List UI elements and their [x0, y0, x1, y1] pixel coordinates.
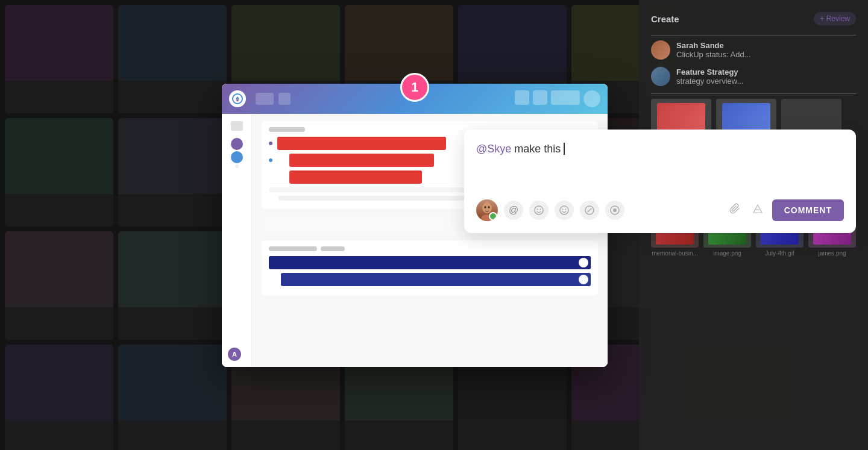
comment-toolbar: @	[476, 199, 844, 221]
svg-point-3	[485, 206, 486, 208]
review-badge[interactable]: + Review	[814, 12, 856, 25]
gantt-row-blue-2	[269, 273, 591, 286]
file-name-2: image.png	[703, 250, 751, 257]
gantt-bar-group	[289, 154, 434, 167]
file-name-4: james.png	[808, 250, 856, 257]
text-cursor	[564, 143, 565, 155]
notification-badge[interactable]: 1	[400, 73, 429, 102]
inner-sidebar	[222, 114, 252, 367]
svg-point-7	[540, 209, 541, 210]
comment-body-text: make this	[511, 143, 564, 155]
gantt-bar-red-2	[289, 154, 434, 167]
user-name-sarah: Sarah Sande	[676, 41, 856, 50]
svg-point-14	[613, 208, 617, 212]
svg-point-8	[560, 206, 568, 214]
reaction-icon[interactable]	[529, 201, 549, 220]
notification-count: 1	[411, 80, 418, 95]
avatar-sarah	[651, 40, 670, 60]
comment-popup: @Skye make this @	[464, 130, 856, 233]
bar-circle-2	[579, 275, 588, 284]
gantt-bar-blue-2	[281, 273, 591, 286]
comment-text-area[interactable]: @Skye make this	[476, 142, 844, 190]
gantt-bar-red-3	[289, 170, 422, 184]
user-text-feature: strategy overview...	[676, 77, 856, 86]
inner-nav-buttons	[256, 93, 293, 105]
commenter-avatar	[476, 199, 498, 221]
svg-point-4	[488, 206, 490, 208]
row-indicator-2	[269, 158, 272, 162]
divider-1	[651, 35, 856, 36]
gantt-bar-blue-1	[269, 256, 591, 269]
svg-point-2	[481, 214, 493, 221]
mention-icon[interactable]: @	[504, 201, 523, 220]
row-indicator	[269, 142, 272, 145]
bell-icon	[515, 90, 529, 105]
gantt-bar-group-3	[289, 170, 422, 184]
sidebar-dots	[231, 138, 243, 168]
file-name-1: memorial-busin...	[651, 250, 699, 257]
bar-circle-1	[579, 258, 588, 267]
file-name-3: July-4th.gif	[756, 250, 804, 257]
emoji-icon[interactable]	[555, 201, 574, 220]
grid-icon	[231, 121, 243, 131]
mention-text: @Skye	[476, 143, 511, 155]
attachment-icon[interactable]	[726, 201, 743, 220]
gantt-row-blue-1	[269, 256, 591, 269]
search-icon	[533, 90, 547, 105]
inner-topbar-icons	[515, 90, 600, 107]
user-name-feature: Feature Strategy	[676, 67, 856, 77]
inner-logo	[229, 90, 246, 107]
svg-point-10	[565, 209, 567, 210]
divider-2	[651, 93, 856, 94]
gantt-bar-blue-2-container	[281, 273, 591, 286]
sidebar-dot-small	[235, 164, 239, 168]
svg-line-12	[588, 208, 591, 212]
user-row-2: Feature Strategy strategy overview...	[651, 67, 856, 86]
gantt-bar-red-1	[277, 137, 446, 150]
slash-icon[interactable]	[580, 201, 599, 220]
user-row-1: Sarah Sande ClickUp status: Add...	[651, 40, 856, 60]
google-drive-icon[interactable]	[749, 201, 766, 220]
inner-bottom-avatar: A	[228, 348, 241, 361]
sidebar-dot-purple	[231, 138, 243, 150]
svg-point-5	[535, 206, 543, 214]
user-text-sarah: ClickUp status: Add...	[676, 50, 856, 59]
svg-point-9	[562, 209, 564, 210]
online-indicator	[491, 214, 497, 220]
sidebar-dot-blue	[231, 151, 243, 163]
gantt-bottom-section	[262, 240, 598, 296]
right-panel-title: Create	[651, 14, 679, 24]
user-avatar-icon	[583, 90, 600, 107]
record-icon[interactable]	[605, 201, 624, 220]
gantt-bottom-header	[269, 246, 591, 251]
svg-point-6	[537, 209, 538, 210]
comment-button[interactable]: COMMENT	[772, 199, 844, 221]
view-toggle	[551, 90, 580, 105]
avatar-feature	[651, 67, 670, 86]
row-spacer	[269, 175, 272, 179]
